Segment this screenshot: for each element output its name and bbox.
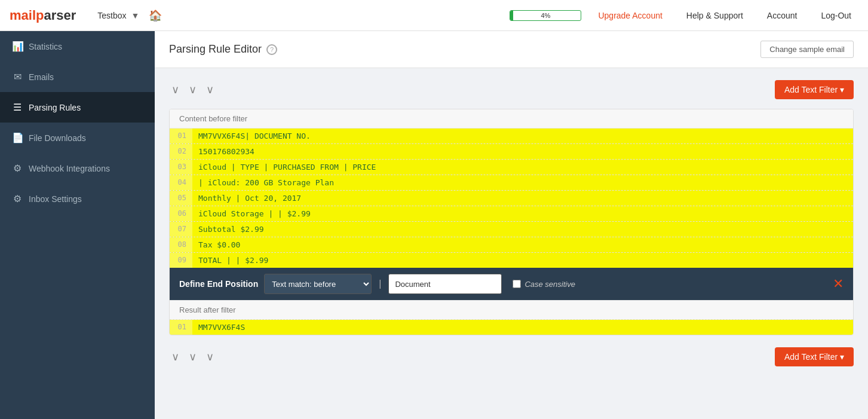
bottom-filter-controls: ∨ ∨ ∨ Add Text Filter ▾ (169, 347, 854, 366)
add-text-filter-bottom-button[interactable]: Add Text Filter ▾ (775, 347, 854, 366)
define-end-position-row: Define End Position Text match: before T… (170, 268, 853, 300)
code-line-03: 03 iCloud | TYPE | PURCHASED FROM | PRIC… (170, 160, 853, 175)
pipe-separator: | (378, 279, 382, 289)
page-title-row: Parsing Rule Editor ? (169, 43, 277, 56)
page-title: Parsing Rule Editor (169, 43, 262, 56)
result-line-01: 01 MM7VVX6F4S (170, 320, 853, 335)
code-lines-before: 01 MM7VVX6F4S| DOCUMENT NO. 02 150176802… (170, 129, 853, 268)
define-end-position-label: Define End Position (179, 279, 258, 289)
case-sensitive-label: Case sensitive (513, 280, 575, 289)
top-chevron-row: ∨ ∨ ∨ (169, 81, 216, 99)
statistics-icon: 📊 (12, 41, 23, 52)
line-num-08: 08 (170, 237, 192, 252)
upgrade-account-link[interactable]: Upgrade Account (598, 11, 662, 20)
text-match-select[interactable]: Text match: before Text match: after Lin… (264, 274, 372, 294)
logo-text: mailparser (10, 8, 76, 23)
sidebar-item-webhook-integrations[interactable]: ⚙ Webhook Integrations (0, 153, 155, 183)
result-line-content-01: MM7VVX6F4S (192, 320, 853, 335)
usage-progress-bar: 4% (510, 10, 581, 21)
bottom-chevron-2-button[interactable]: ∨ (186, 348, 199, 366)
line-content-02: 150176802934 (192, 144, 853, 159)
filter-text-input[interactable] (388, 274, 502, 294)
line-num-09: 09 (170, 253, 192, 268)
add-text-filter-top-button[interactable]: Add Text Filter ▾ (775, 80, 854, 99)
sidebar-item-statistics[interactable]: 📊 Statistics (0, 31, 155, 62)
sidebar-item-parsing-rules[interactable]: ☰ Parsing Rules (0, 92, 155, 123)
help-support-link[interactable]: Help & Support (686, 11, 743, 20)
sidebar: 📊 Statistics ✉ Emails ☰ Parsing Rules 📄 … (0, 31, 155, 419)
line-num-03: 03 (170, 160, 192, 175)
sidebar-label-emails: Emails (29, 72, 54, 82)
bottom-chevron-3-button[interactable]: ∨ (204, 348, 216, 366)
change-sample-button[interactable]: Change sample email (760, 41, 854, 58)
code-line-05: 05 Monthly | Oct 20, 2017 (170, 191, 853, 206)
sidebar-label-parsing-rules: Parsing Rules (29, 103, 81, 112)
case-sensitive-text: Case sensitive (525, 280, 575, 289)
inbox-arrow-icon: ▼ (131, 11, 140, 20)
progress-label: 4% (541, 12, 551, 19)
help-icon[interactable]: ? (266, 44, 277, 55)
sidebar-item-emails[interactable]: ✉ Emails (0, 62, 155, 92)
chevron-1-button[interactable]: ∨ (169, 81, 182, 99)
page-header: Parsing Rule Editor ? Change sample emai… (155, 31, 868, 68)
line-num-04: 04 (170, 175, 192, 190)
result-line-num-01: 01 (170, 320, 192, 335)
sidebar-label-statistics: Statistics (29, 42, 62, 51)
close-filter-icon[interactable]: ✕ (833, 277, 844, 290)
main-content: Parsing Rule Editor ? Change sample emai… (155, 31, 868, 419)
inbox-selector[interactable]: Testbox ▼ (97, 11, 139, 20)
content-before-header: Content before filter (170, 109, 853, 129)
result-after-header: Result after filter (170, 300, 853, 320)
line-num-06: 06 (170, 206, 192, 221)
result-after-label: Result after filter (179, 305, 236, 314)
line-num-07: 07 (170, 222, 192, 237)
line-content-05: Monthly | Oct 20, 2017 (192, 191, 853, 206)
chevron-3-button[interactable]: ∨ (204, 81, 216, 99)
inbox-settings-icon: ⚙ (12, 193, 23, 204)
content-area: ∨ ∨ ∨ Add Text Filter ▾ Content before f… (155, 68, 868, 388)
progress-fill (510, 11, 513, 20)
case-sensitive-checkbox[interactable] (513, 280, 521, 288)
file-downloads-icon: 📄 (12, 132, 23, 143)
layout: 📊 Statistics ✉ Emails ☰ Parsing Rules 📄 … (0, 31, 868, 419)
sidebar-label-file-downloads: File Downloads (29, 133, 86, 143)
content-before-label: Content before filter (179, 114, 247, 123)
line-num-02: 02 (170, 144, 192, 159)
sidebar-label-inbox-settings: Inbox Settings (29, 194, 82, 204)
sidebar-item-inbox-settings[interactable]: ⚙ Inbox Settings (0, 183, 155, 214)
top-filter-controls: ∨ ∨ ∨ Add Text Filter ▾ (169, 80, 854, 99)
filter-panel: Content before filter 01 MM7VVX6F4S| DOC… (169, 109, 854, 335)
code-line-06: 06 iCloud Storage | | $2.99 (170, 206, 853, 222)
webhook-icon: ⚙ (12, 163, 23, 174)
code-line-02: 02 150176802934 (170, 144, 853, 160)
bottom-chevron-row: ∨ ∨ ∨ (169, 348, 216, 366)
line-content-08: Tax $0.00 (192, 237, 853, 252)
code-line-01: 01 MM7VVX6F4S| DOCUMENT NO. (170, 129, 853, 144)
line-content-06: iCloud Storage | | $2.99 (192, 206, 853, 221)
chevron-2-button[interactable]: ∨ (186, 81, 199, 99)
line-content-09: TOTAL | | $2.99 (192, 253, 853, 268)
parsing-rules-icon: ☰ (12, 102, 23, 113)
code-line-08: 08 Tax $0.00 (170, 237, 853, 253)
inbox-label: Testbox (97, 11, 126, 20)
sidebar-item-file-downloads[interactable]: 📄 File Downloads (0, 123, 155, 153)
line-content-04: | iCloud: 200 GB Storage Plan (192, 175, 853, 190)
line-num-01: 01 (170, 129, 192, 143)
logout-link[interactable]: Log-Out (821, 11, 851, 20)
line-content-07: Subtotal $2.99 (192, 222, 853, 237)
code-line-07: 07 Subtotal $2.99 (170, 222, 853, 237)
topnav: mailparser Testbox ▼ 🏠 4% Upgrade Accoun… (0, 0, 868, 31)
account-link[interactable]: Account (767, 11, 798, 20)
line-num-05: 05 (170, 191, 192, 206)
home-icon[interactable]: 🏠 (149, 9, 162, 22)
bottom-chevron-1-button[interactable]: ∨ (169, 348, 182, 366)
logo: mailparser (10, 8, 76, 23)
line-content-01: MM7VVX6F4S| DOCUMENT NO. (192, 129, 853, 143)
emails-icon: ✉ (12, 71, 23, 82)
code-line-09: 09 TOTAL | | $2.99 (170, 253, 853, 268)
sidebar-label-webhook: Webhook Integrations (29, 164, 110, 173)
line-content-03: iCloud | TYPE | PURCHASED FROM | PRICE (192, 160, 853, 175)
code-line-04: 04 | iCloud: 200 GB Storage Plan (170, 175, 853, 191)
